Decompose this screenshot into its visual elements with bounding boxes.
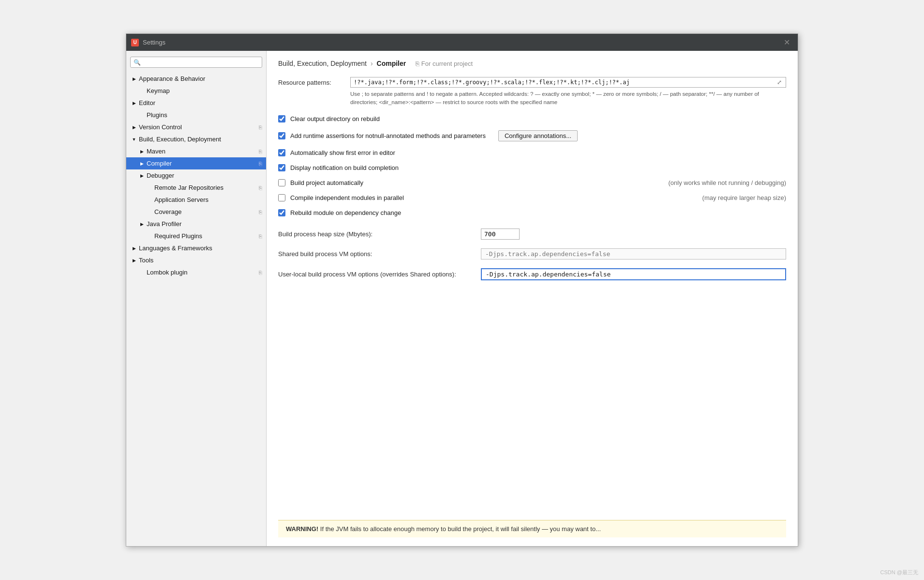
arrow-icon: ▶ — [131, 76, 137, 82]
sidebar-item-editor[interactable]: ▶ Editor — [126, 97, 266, 109]
sidebar-item-java-profiler[interactable]: ▶ Java Profiler — [126, 218, 266, 230]
sidebar-item-coverage[interactable]: Coverage ⎘ — [126, 206, 266, 218]
sidebar-item-tools[interactable]: ▶ Tools — [126, 254, 266, 266]
clear-output-checkbox[interactable] — [278, 115, 285, 122]
sidebar-item-debugger[interactable]: ▶ Debugger — [126, 169, 266, 182]
title-bar: U Settings ✕ — [126, 34, 798, 51]
sidebar-item-keymap[interactable]: Keymap — [126, 85, 266, 97]
heap-size-row: Build process heap size (Mbytes): — [278, 229, 786, 240]
arrow-icon: ▶ — [139, 161, 145, 167]
arrow-icon — [147, 185, 152, 191]
assertions-label[interactable]: Add runtime assertions for notnull-annot… — [290, 132, 486, 139]
build-auto-checkbox[interactable] — [278, 179, 285, 186]
warning-title: WARNING! — [286, 525, 318, 533]
app-icon: U — [131, 39, 139, 46]
arrow-icon: ▶ — [139, 173, 145, 179]
parallel-row: Compile independent modules in parallel … — [278, 193, 786, 203]
configure-annotations-button[interactable]: Configure annotations... — [498, 130, 578, 141]
expand-button[interactable]: ⤢ — [776, 79, 783, 86]
sidebar-item-label: Maven — [147, 148, 165, 155]
copy-icon: ⎘ — [259, 233, 262, 239]
notification-label[interactable]: Display notification on build completion — [290, 164, 399, 171]
sidebar-item-app-servers[interactable]: Application Servers — [126, 194, 266, 206]
shared-vm-row: Shared build process VM options: — [278, 248, 786, 259]
search-input[interactable] — [143, 59, 259, 66]
rebuild-row: Rebuild module on dependency change — [278, 208, 786, 218]
sidebar-item-plugins[interactable]: Plugins — [126, 109, 266, 121]
spacer — [278, 280, 786, 520]
breadcrumb-current: Compiler — [377, 60, 406, 67]
window-title: Settings — [143, 39, 781, 46]
sidebar-item-required-plugins[interactable]: Required Plugins ⎘ — [126, 230, 266, 242]
resource-patterns-row: Resource patterns: !?*.java;!?*.form;!?*… — [278, 77, 786, 107]
resource-patterns-value: !?*.java;!?*.form;!?*.class;!?*.groovy;!… — [354, 79, 776, 86]
arrow-icon: ▼ — [131, 137, 137, 142]
parallel-label[interactable]: Compile independent modules in parallel — [290, 194, 404, 201]
sidebar-item-label: Java Profiler — [147, 220, 181, 228]
sidebar-item-label: Required Plugins — [154, 232, 202, 240]
sidebar-item-lang-frameworks[interactable]: ▶ Languages & Frameworks — [126, 242, 266, 254]
arrow-icon — [147, 197, 152, 203]
hint-text: Use ; to separate patterns and ! to nega… — [350, 90, 786, 107]
build-auto-label[interactable]: Build project automatically — [290, 179, 363, 186]
breadcrumb-separator: › — [371, 60, 373, 67]
search-box[interactable]: 🔍 — [130, 57, 262, 68]
sidebar-item-compiler[interactable]: ▶ Compiler ⎘ — [126, 157, 266, 169]
show-error-checkbox[interactable] — [278, 149, 285, 156]
sidebar-item-label: Appearance & Behavior — [139, 75, 205, 82]
project-link[interactable]: ⎘ For current project — [416, 60, 473, 67]
sidebar-item-label: Languages & Frameworks — [139, 244, 212, 252]
arrow-icon: ▶ — [131, 258, 137, 263]
arrow-icon: ▶ — [139, 221, 145, 227]
sidebar-item-build-execution[interactable]: ▼ Build, Execution, Deployment — [126, 133, 266, 145]
arrow-icon: ▶ — [131, 124, 137, 130]
copy-icon: ⎘ — [259, 149, 262, 154]
sidebar-item-label: Build, Execution, Deployment — [139, 136, 221, 143]
notification-row: Display notification on build completion — [278, 163, 786, 173]
assertions-row: Add runtime assertions for notnull-annot… — [278, 129, 786, 143]
arrow-icon: ▶ — [131, 245, 137, 251]
resource-input-field[interactable]: !?*.java;!?*.form;!?*.class;!?*.groovy;!… — [350, 77, 786, 88]
arrow-icon — [139, 112, 145, 118]
sidebar-item-label: Version Control — [139, 123, 182, 131]
arrow-icon — [147, 209, 152, 215]
sidebar-item-lombok[interactable]: Lombok plugin ⎘ — [126, 266, 266, 278]
parallel-note: (may require larger heap size) — [702, 194, 786, 201]
sidebar-item-version-control[interactable]: ▶ Version Control ⎘ — [126, 121, 266, 133]
copy-icon: ⎘ — [259, 270, 262, 275]
rebuild-checkbox[interactable] — [278, 209, 285, 216]
user-vm-label: User-local build process VM options (ove… — [278, 271, 474, 278]
clear-output-label[interactable]: Clear output directory on rebuild — [290, 115, 380, 122]
sidebar-item-label: Editor — [139, 99, 155, 107]
breadcrumb: Build, Execution, Deployment › Compiler … — [278, 60, 786, 67]
assertions-checkbox[interactable] — [278, 132, 285, 139]
settings-dialog: U Settings ✕ 🔍 ▶ Appearance & Behavior K… — [126, 33, 798, 547]
watermark: CSDN @最三无 — [880, 569, 918, 576]
arrow-icon: ▶ — [139, 149, 145, 154]
arrow-icon — [139, 270, 145, 275]
build-auto-row: Build project automatically (only works … — [278, 178, 786, 188]
sidebar-item-maven[interactable]: ▶ Maven ⎘ — [126, 145, 266, 157]
sidebar-item-label: Compiler — [147, 160, 172, 167]
notification-checkbox[interactable] — [278, 164, 285, 171]
sidebar-item-label: Keymap — [147, 87, 170, 94]
show-error-row: Automatically show first error in editor — [278, 148, 786, 158]
sidebar-item-remote-jar[interactable]: Remote Jar Repositories ⎘ — [126, 182, 266, 194]
arrow-icon — [139, 88, 145, 94]
sidebar: 🔍 ▶ Appearance & Behavior Keymap ▶ Edito… — [126, 51, 267, 546]
heap-size-input[interactable] — [481, 229, 520, 240]
rebuild-label[interactable]: Rebuild module on dependency change — [290, 209, 401, 216]
sidebar-item-appearance[interactable]: ▶ Appearance & Behavior — [126, 73, 266, 85]
show-error-label[interactable]: Automatically show first error in editor — [290, 149, 395, 156]
arrow-icon — [147, 233, 152, 239]
clear-output-row: Clear output directory on rebuild — [278, 114, 786, 124]
user-vm-input[interactable] — [481, 268, 786, 280]
breadcrumb-parent[interactable]: Build, Execution, Deployment — [278, 60, 367, 67]
sidebar-item-label: Plugins — [147, 111, 167, 119]
user-vm-row: User-local build process VM options (ove… — [278, 268, 786, 280]
parallel-checkbox[interactable] — [278, 194, 285, 201]
close-button[interactable]: ✕ — [781, 37, 793, 48]
shared-vm-input[interactable] — [481, 248, 786, 259]
resource-patterns-label: Resource patterns: — [278, 77, 343, 86]
arrow-icon: ▶ — [131, 100, 137, 106]
